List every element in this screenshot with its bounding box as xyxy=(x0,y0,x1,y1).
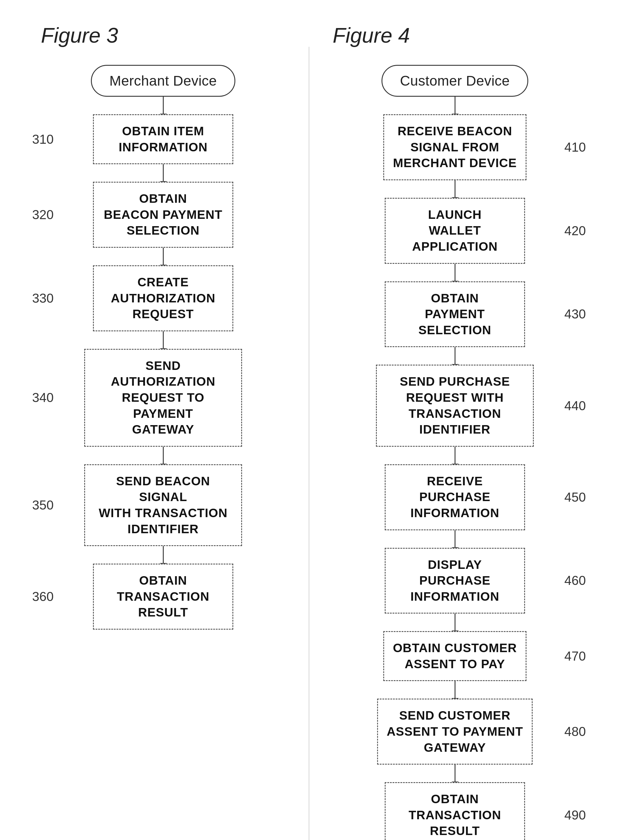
label-420: 420 xyxy=(565,224,586,238)
label-350: 350 xyxy=(32,498,53,513)
step-row-420: LAUNCHWALLETAPPLICATION 420 xyxy=(321,198,589,264)
label-310: 310 xyxy=(32,132,53,147)
step-row-310: 310 OBTAIN ITEMINFORMATION xyxy=(29,114,297,164)
label-320: 320 xyxy=(32,207,53,222)
step-row-430: OBTAINPAYMENTSELECTION 430 xyxy=(321,281,589,347)
arrow-5-fig4 xyxy=(455,530,456,548)
label-480: 480 xyxy=(565,724,586,739)
label-430: 430 xyxy=(565,307,586,321)
arrow-1-fig4 xyxy=(455,180,456,198)
flow-box-470: OBTAIN CUSTOMERASSENT TO PAY xyxy=(383,631,526,681)
label-360: 360 xyxy=(32,589,53,604)
flow-box-420: LAUNCHWALLETAPPLICATION xyxy=(385,198,525,264)
flow-box-330: CREATEAUTHORIZATIONREQUEST xyxy=(93,265,233,331)
arrow-2-fig3 xyxy=(163,248,164,265)
label-410: 410 xyxy=(565,140,586,154)
flow-box-410: RECEIVE BEACONSIGNAL FROMMERCHANT DEVICE xyxy=(383,114,526,180)
arrow-3-fig4 xyxy=(455,347,456,364)
arrow-4-fig4 xyxy=(455,447,456,464)
figure-4-column: Figure 4 Customer Device RECEIVE BEACONS… xyxy=(309,24,600,840)
step-row-360: 360 OBTAINTRANSACTIONRESULT xyxy=(29,564,297,630)
figure-4-title: Figure 4 xyxy=(321,24,410,47)
step-row-490: OBTAINTRANSACTIONRESULT 490 xyxy=(321,782,589,840)
customer-device-oval: Customer Device xyxy=(382,65,528,97)
step-row-330: 330 CREATEAUTHORIZATIONREQUEST xyxy=(29,265,297,331)
step-row-440: SEND PURCHASEREQUEST WITHTRANSACTION IDE… xyxy=(321,364,589,446)
merchant-device-oval: Merchant Device xyxy=(91,65,235,97)
flow-box-490: OBTAINTRANSACTIONRESULT xyxy=(385,782,525,840)
step-row-460: DISPLAYPURCHASEINFORMATION 460 xyxy=(321,548,589,614)
flow-box-430: OBTAINPAYMENTSELECTION xyxy=(385,281,525,347)
step-row-320: 320 OBTAINBEACON PAYMENTSELECTION xyxy=(29,182,297,248)
flow-box-360: OBTAINTRANSACTIONRESULT xyxy=(93,564,233,630)
flow-box-340: SEND AUTHORIZATIONREQUEST TO PAYMENTGATE… xyxy=(84,349,242,447)
label-330: 330 xyxy=(32,291,53,306)
label-340: 340 xyxy=(32,390,53,405)
label-490: 490 xyxy=(565,808,586,822)
flow-box-320: OBTAINBEACON PAYMENTSELECTION xyxy=(93,182,233,248)
arrow-5-fig3 xyxy=(163,546,164,564)
step-row-450: RECEIVEPURCHASEINFORMATION 450 xyxy=(321,464,589,530)
flow-box-460: DISPLAYPURCHASEINFORMATION xyxy=(385,548,525,614)
step-row-470: OBTAIN CUSTOMERASSENT TO PAY 470 xyxy=(321,631,589,681)
step-row-350: 350 SEND BEACON SIGNALWITH TRANSACTIONID… xyxy=(29,464,297,546)
flow-box-350: SEND BEACON SIGNALWITH TRANSACTIONIDENTI… xyxy=(84,464,242,546)
arrow-2-fig4 xyxy=(455,264,456,281)
step-row-480: SEND CUSTOMERASSENT TO PAYMENTGATEWAY 48… xyxy=(321,699,589,764)
label-470: 470 xyxy=(565,649,586,664)
flow-box-450: RECEIVEPURCHASEINFORMATION xyxy=(385,464,525,530)
label-440: 440 xyxy=(565,399,586,413)
arrow-6-fig4 xyxy=(455,613,456,631)
flow-box-480: SEND CUSTOMERASSENT TO PAYMENTGATEWAY xyxy=(377,699,533,764)
step-row-410: RECEIVE BEACONSIGNAL FROMMERCHANT DEVICE… xyxy=(321,114,589,180)
arrow-0-fig4 xyxy=(455,97,456,114)
arrow-4-fig3 xyxy=(163,447,164,464)
page: Figure 3 Merchant Device 310 OBTAIN ITEM… xyxy=(0,0,618,840)
arrow-0-fig3 xyxy=(163,97,164,114)
label-460: 460 xyxy=(565,573,586,588)
figure-3-column: Figure 3 Merchant Device 310 OBTAIN ITEM… xyxy=(18,24,309,840)
arrow-3-fig3 xyxy=(163,331,164,349)
flow-box-440: SEND PURCHASEREQUEST WITHTRANSACTION IDE… xyxy=(376,364,534,446)
arrow-7-fig4 xyxy=(455,681,456,699)
step-row-340: 340 SEND AUTHORIZATIONREQUEST TO PAYMENT… xyxy=(29,349,297,447)
arrow-8-fig4 xyxy=(455,764,456,782)
label-450: 450 xyxy=(565,490,586,505)
arrow-1-fig3 xyxy=(163,164,164,182)
flow-box-310: OBTAIN ITEMINFORMATION xyxy=(93,114,233,164)
figure-3-title: Figure 3 xyxy=(29,24,118,47)
